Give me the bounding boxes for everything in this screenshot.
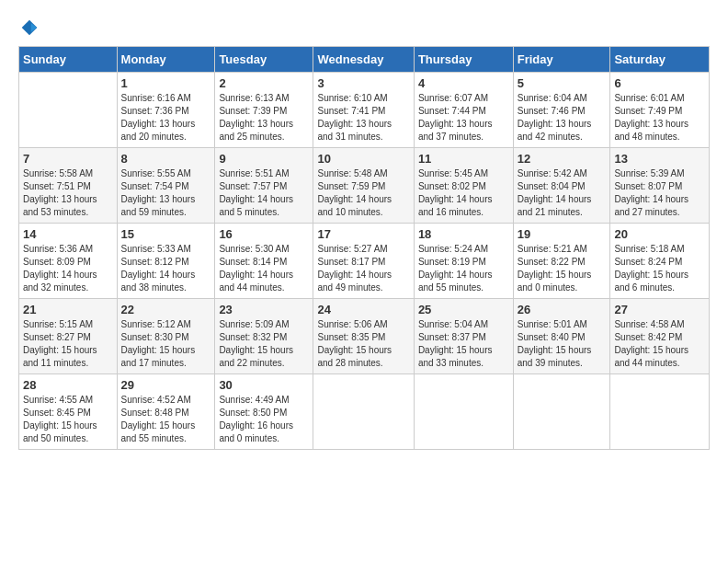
day-info: Sunrise: 6:10 AM Sunset: 7:41 PM Dayligh… [317,92,409,144]
day-number: 25 [418,303,509,316]
day-cell: 19Sunrise: 5:21 AM Sunset: 8:22 PM Dayli… [513,224,610,299]
day-info: Sunrise: 5:12 AM Sunset: 8:30 PM Dayligh… [121,318,211,370]
day-cell: 21Sunrise: 5:15 AM Sunset: 8:27 PM Dayli… [19,299,118,374]
day-cell: 14Sunrise: 5:36 AM Sunset: 8:09 PM Dayli… [19,224,118,299]
day-number: 19 [518,227,607,241]
days-header-row: SundayMondayTuesdayWednesdayThursdayFrid… [19,47,710,73]
day-cell: 4Sunrise: 6:07 AM Sunset: 7:44 PM Daylig… [414,73,513,148]
day-header-thursday: Thursday [414,47,513,73]
day-info: Sunrise: 5:24 AM Sunset: 8:19 PM Dayligh… [418,243,509,294]
day-cell: 11Sunrise: 5:45 AM Sunset: 8:02 PM Dayli… [414,148,513,224]
day-number: 29 [121,378,211,392]
day-header-sunday: Sunday [19,47,118,73]
day-cell: 9Sunrise: 5:51 AM Sunset: 7:57 PM Daylig… [215,148,313,224]
day-info: Sunrise: 5:36 AM Sunset: 8:09 PM Dayligh… [23,243,113,294]
day-info: Sunrise: 5:55 AM Sunset: 7:54 PM Dayligh… [121,167,211,219]
day-number: 7 [23,152,113,166]
day-info: Sunrise: 6:07 AM Sunset: 7:44 PM Dayligh… [418,92,509,144]
day-cell: 15Sunrise: 5:33 AM Sunset: 8:12 PM Dayli… [117,224,215,299]
day-cell: 30Sunrise: 4:49 AM Sunset: 8:50 PM Dayli… [215,374,313,450]
day-info: Sunrise: 5:27 AM Sunset: 8:17 PM Dayligh… [317,243,409,294]
day-number: 8 [121,152,211,166]
day-cell: 12Sunrise: 5:42 AM Sunset: 8:04 PM Dayli… [513,148,610,224]
day-cell: 24Sunrise: 5:06 AM Sunset: 8:35 PM Dayli… [313,299,414,374]
day-cell: 22Sunrise: 5:12 AM Sunset: 8:30 PM Dayli… [117,299,215,374]
day-cell [313,374,414,450]
day-info: Sunrise: 5:51 AM Sunset: 7:57 PM Dayligh… [219,167,309,219]
day-number: 26 [518,303,607,316]
day-info: Sunrise: 5:18 AM Sunset: 8:24 PM Dayligh… [614,243,705,294]
day-header-tuesday: Tuesday [215,47,313,73]
day-cell: 10Sunrise: 5:48 AM Sunset: 7:59 PM Dayli… [313,148,414,224]
day-number: 27 [614,303,705,316]
day-info: Sunrise: 5:48 AM Sunset: 7:59 PM Dayligh… [317,167,409,219]
week-row-3: 14Sunrise: 5:36 AM Sunset: 8:09 PM Dayli… [19,224,710,299]
day-number: 11 [418,152,509,166]
day-info: Sunrise: 4:52 AM Sunset: 8:48 PM Dayligh… [121,394,211,445]
day-header-monday: Monday [117,47,215,73]
day-cell: 25Sunrise: 5:04 AM Sunset: 8:37 PM Dayli… [414,299,513,374]
day-info: Sunrise: 5:58 AM Sunset: 7:51 PM Dayligh… [23,167,113,219]
day-cell: 16Sunrise: 5:30 AM Sunset: 8:14 PM Dayli… [215,224,313,299]
day-info: Sunrise: 5:39 AM Sunset: 8:07 PM Dayligh… [614,167,705,219]
day-cell: 23Sunrise: 5:09 AM Sunset: 8:32 PM Dayli… [215,299,313,374]
day-cell: 2Sunrise: 6:13 AM Sunset: 7:39 PM Daylig… [215,73,313,148]
day-cell: 29Sunrise: 4:52 AM Sunset: 8:48 PM Dayli… [117,374,215,450]
day-cell: 18Sunrise: 5:24 AM Sunset: 8:19 PM Dayli… [414,224,513,299]
day-cell: 27Sunrise: 4:58 AM Sunset: 8:42 PM Dayli… [610,299,710,374]
day-cell [414,374,513,450]
week-row-2: 7Sunrise: 5:58 AM Sunset: 7:51 PM Daylig… [19,148,710,224]
day-number: 21 [23,303,113,316]
week-row-1: 1Sunrise: 6:16 AM Sunset: 7:36 PM Daylig… [19,73,710,148]
day-number: 23 [219,303,309,316]
day-number: 16 [219,227,309,241]
day-number: 22 [121,303,211,316]
day-info: Sunrise: 5:42 AM Sunset: 8:04 PM Dayligh… [518,167,607,219]
day-number: 20 [614,227,705,241]
day-info: Sunrise: 5:09 AM Sunset: 8:32 PM Dayligh… [219,318,309,370]
day-info: Sunrise: 4:55 AM Sunset: 8:45 PM Dayligh… [23,394,113,445]
day-cell: 17Sunrise: 5:27 AM Sunset: 8:17 PM Dayli… [313,224,414,299]
day-cell: 26Sunrise: 5:01 AM Sunset: 8:40 PM Dayli… [513,299,610,374]
day-number: 28 [23,378,113,392]
day-cell: 1Sunrise: 6:16 AM Sunset: 7:36 PM Daylig… [117,73,215,148]
day-info: Sunrise: 4:58 AM Sunset: 8:42 PM Dayligh… [614,318,705,370]
day-info: Sunrise: 5:06 AM Sunset: 8:35 PM Dayligh… [317,318,409,370]
day-info: Sunrise: 6:16 AM Sunset: 7:36 PM Dayligh… [121,92,211,144]
day-info: Sunrise: 5:04 AM Sunset: 8:37 PM Dayligh… [418,318,509,370]
day-number: 17 [317,227,409,241]
day-info: Sunrise: 4:49 AM Sunset: 8:50 PM Dayligh… [219,394,309,445]
page-header [18,18,710,37]
day-cell: 20Sunrise: 5:18 AM Sunset: 8:24 PM Dayli… [610,224,710,299]
day-info: Sunrise: 5:01 AM Sunset: 8:40 PM Dayligh… [518,318,607,370]
day-number: 30 [219,378,309,392]
day-number: 1 [121,76,211,90]
day-number: 15 [121,227,211,241]
day-header-saturday: Saturday [610,47,710,73]
week-row-4: 21Sunrise: 5:15 AM Sunset: 8:27 PM Dayli… [19,299,710,374]
week-row-5: 28Sunrise: 4:55 AM Sunset: 8:45 PM Dayli… [19,374,710,450]
day-number: 18 [418,227,509,241]
day-cell: 5Sunrise: 6:04 AM Sunset: 7:46 PM Daylig… [513,73,610,148]
day-cell: 13Sunrise: 5:39 AM Sunset: 8:07 PM Dayli… [610,148,710,224]
day-number: 14 [23,227,113,241]
day-number: 9 [219,152,309,166]
day-cell: 7Sunrise: 5:58 AM Sunset: 7:51 PM Daylig… [19,148,118,224]
day-number: 12 [518,152,607,166]
day-cell: 8Sunrise: 5:55 AM Sunset: 7:54 PM Daylig… [117,148,215,224]
day-number: 5 [518,76,607,90]
day-info: Sunrise: 6:13 AM Sunset: 7:39 PM Dayligh… [219,92,309,144]
day-number: 6 [614,76,705,90]
day-info: Sunrise: 5:21 AM Sunset: 8:22 PM Dayligh… [518,243,607,294]
day-cell: 6Sunrise: 6:01 AM Sunset: 7:49 PM Daylig… [610,73,710,148]
day-info: Sunrise: 5:45 AM Sunset: 8:02 PM Dayligh… [418,167,509,219]
day-number: 10 [317,152,409,166]
day-cell [610,374,710,450]
day-cell: 3Sunrise: 6:10 AM Sunset: 7:41 PM Daylig… [313,73,414,148]
calendar-table: SundayMondayTuesdayWednesdayThursdayFrid… [18,46,710,450]
day-cell [513,374,610,450]
day-number: 2 [219,76,309,90]
day-info: Sunrise: 6:01 AM Sunset: 7:49 PM Dayligh… [614,92,705,144]
day-info: Sunrise: 5:15 AM Sunset: 8:27 PM Dayligh… [23,318,113,370]
day-number: 13 [614,152,705,166]
